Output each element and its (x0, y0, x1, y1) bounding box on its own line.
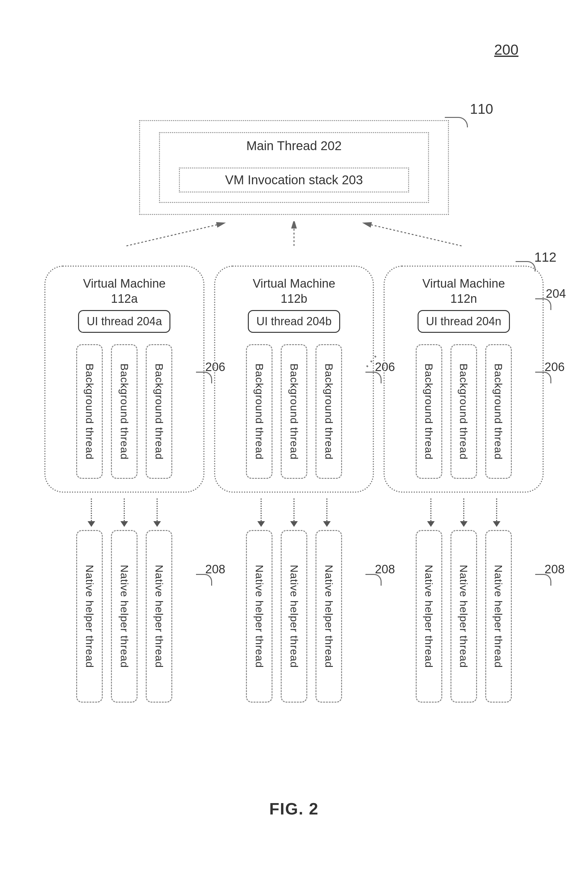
virtual-machine-n: 204 Virtual Machine 112n UI thread 204n … (384, 265, 544, 703)
callout-line (535, 372, 551, 384)
native-helper-label: Native helper thread (421, 557, 437, 676)
background-thread-label: Background thread (286, 355, 302, 468)
native-helper-label: Native helper thread (251, 557, 267, 676)
background-thread-box: Background thread (76, 344, 103, 479)
native-helper-label: Native helper thread (81, 557, 98, 676)
virtual-machine-b: ··· Virtual Machine 112b UI thread 204b … (214, 265, 374, 703)
arrow-row (79, 499, 170, 527)
vm-title: Virtual Machine 112n (422, 276, 505, 306)
callout-line (196, 574, 212, 586)
up-arrows-svg (44, 221, 544, 247)
arrow-row (249, 499, 339, 527)
vm-title-line2: 112n (450, 292, 477, 305)
vm-title-line2: 112b (281, 292, 308, 305)
arrow-row (418, 499, 509, 527)
svg-line-0 (126, 224, 221, 246)
background-thread-label: Background thread (421, 355, 437, 468)
virtual-machine-a: Virtual Machine 112a UI thread 204a Back… (44, 265, 204, 703)
native-helper-thread-box: Native helper thread (315, 530, 342, 703)
arrow-down-icon (145, 499, 170, 527)
diagram-container: 110 Main Thread 202 VM Invocation stack … (44, 120, 544, 703)
bg-thread-callout: 206 (545, 360, 565, 374)
background-thread-box: Background thread (315, 344, 342, 479)
nh-thread-callout: 208 (545, 563, 565, 576)
arrow-down-icon (112, 499, 136, 527)
native-helper-label: Native helper thread (116, 557, 132, 676)
arrow-down-icon (249, 499, 273, 527)
native-helper-label: Native helper thread (490, 557, 507, 676)
svg-line-2 (367, 224, 462, 246)
callout-line (196, 372, 212, 384)
native-helper-thread-box: Native helper thread (246, 530, 273, 703)
host-wrap: 110 Main Thread 202 VM Invocation stack … (139, 120, 449, 215)
background-thread-box: Background thread (111, 344, 138, 479)
arrow-down-icon (452, 499, 476, 527)
native-helper-label: Native helper thread (286, 557, 302, 676)
native-helper-row: Native helper thread Native helper threa… (76, 530, 172, 703)
arrow-down-icon (79, 499, 104, 527)
native-helper-thread-box: Native helper thread (450, 530, 477, 703)
native-helper-thread-box: Native helper thread (416, 530, 442, 703)
callout-line (535, 298, 551, 310)
background-thread-box: Background thread (485, 344, 512, 479)
native-helper-thread-box: Native helper thread (76, 530, 103, 703)
host-callout-number: 110 (470, 101, 493, 117)
main-thread-label: Main Thread 202 (160, 139, 428, 153)
ui-thread-box: UI thread 204b (248, 310, 340, 333)
native-helper-thread-box: Native helper thread (281, 530, 307, 703)
background-thread-box: Background thread (246, 344, 273, 479)
background-thread-box: Background thread (416, 344, 442, 479)
callout-line (535, 574, 551, 586)
background-thread-label: Background thread (490, 355, 507, 468)
host-box: Main Thread 202 VM Invocation stack 203 (139, 120, 449, 215)
ui-thread-callout: 204 (546, 287, 566, 301)
vm-invocation-stack-box: VM Invocation stack 203 (179, 168, 409, 192)
background-thread-label: Background thread (81, 355, 98, 468)
vm-bubble: Virtual Machine 112a UI thread 204a Back… (44, 265, 204, 493)
native-helper-row: Native helper thread Native helper threa… (246, 530, 342, 703)
background-thread-label: Background thread (456, 355, 472, 468)
page-number-label: 200 (494, 41, 519, 58)
background-thread-label: Background thread (151, 355, 167, 468)
vm-title-line1: Virtual Machine (83, 277, 166, 290)
vm-title-line1: Virtual Machine (422, 277, 505, 290)
vm-bubble: Virtual Machine 112b UI thread 204b Back… (214, 265, 374, 493)
vm-title: Virtual Machine 112a (83, 276, 166, 306)
vm-row: 112 Virtual Machine 112a UI thread 204a … (44, 265, 544, 703)
native-helper-label: Native helper thread (151, 557, 167, 676)
arrow-down-icon (315, 499, 339, 527)
native-helper-thread-box: Native helper thread (111, 530, 138, 703)
arrow-down-icon (484, 499, 509, 527)
vm-title-line2: 112a (111, 292, 138, 305)
background-thread-box: Background thread (450, 344, 477, 479)
native-helper-label: Native helper thread (456, 557, 472, 676)
native-helper-label: Native helper thread (321, 557, 337, 676)
native-helper-row: Native helper thread Native helper threa… (416, 530, 512, 703)
background-thread-label: Background thread (321, 355, 337, 468)
background-thread-label: Background thread (116, 355, 132, 468)
background-thread-box: Background thread (281, 344, 307, 479)
main-thread-box: Main Thread 202 VM Invocation stack 203 (159, 132, 429, 203)
arrow-down-icon (418, 499, 443, 527)
native-helper-thread-box: Native helper thread (485, 530, 512, 703)
background-thread-row: Background thread Background thread Back… (246, 344, 342, 479)
vm-group-callout: 112 (534, 250, 556, 265)
vm-title-line1: Virtual Machine (253, 277, 335, 290)
vm-bubble: Virtual Machine 112n UI thread 204n Back… (384, 265, 544, 493)
background-thread-row: Background thread Background thread Back… (76, 344, 172, 479)
figure-label: FIG. 2 (0, 799, 588, 818)
background-thread-label: Background thread (251, 355, 267, 468)
ui-thread-box: UI thread 204a (78, 310, 170, 333)
ui-thread-box: UI thread 204n (418, 310, 510, 333)
native-helper-thread-box: Native helper thread (146, 530, 172, 703)
vm-title: Virtual Machine 112b (253, 276, 335, 306)
background-thread-row: Background thread Background thread Back… (416, 344, 512, 479)
arrow-down-icon (282, 499, 306, 527)
background-thread-box: Background thread (146, 344, 172, 479)
